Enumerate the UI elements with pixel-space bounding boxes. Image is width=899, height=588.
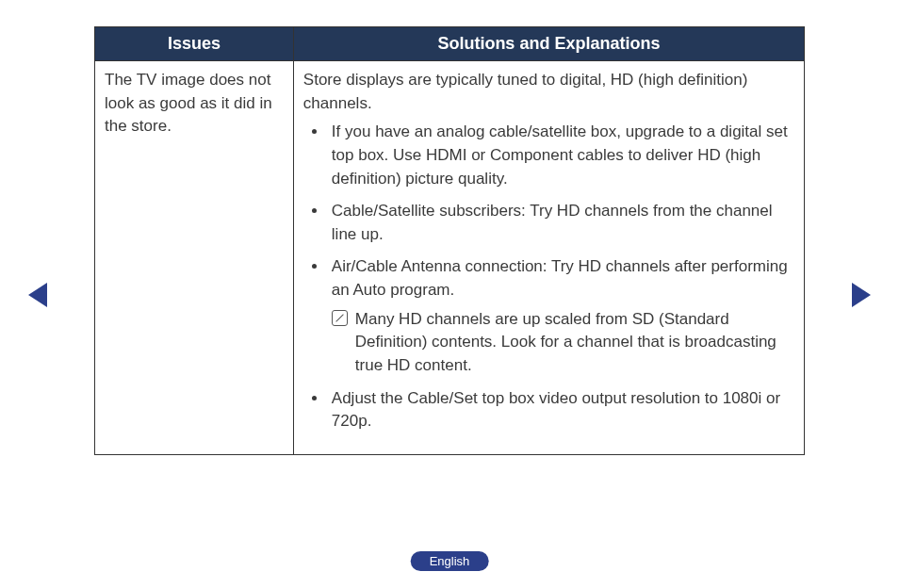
list-item-text: Air/Cable Antenna connection: Try HD cha…	[332, 257, 788, 299]
header-solutions: Solutions and Explanations	[293, 27, 804, 61]
note-row: Many HD channels are up scaled from SD (…	[332, 308, 794, 378]
solution-intro: Store displays are typically tuned to di…	[303, 69, 794, 115]
solution-cell: Store displays are typically tuned to di…	[293, 61, 804, 455]
troubleshooting-table: Issues Solutions and Explanations The TV…	[94, 26, 805, 455]
solution-list: If you have an analog cable/satellite bo…	[303, 121, 794, 433]
language-badge[interactable]: English	[411, 551, 489, 571]
page-content: Issues Solutions and Explanations The TV…	[0, 0, 899, 455]
list-item: If you have an analog cable/satellite bo…	[328, 121, 794, 190]
prev-page-arrow[interactable]	[28, 283, 47, 307]
next-page-arrow[interactable]	[852, 283, 871, 307]
note-text: Many HD channels are up scaled from SD (…	[355, 308, 794, 378]
list-item: Cable/Satellite subscribers: Try HD chan…	[328, 200, 794, 246]
list-item: Air/Cable Antenna connection: Try HD cha…	[328, 255, 794, 377]
list-item: Adjust the Cable/Set top box video outpu…	[328, 387, 794, 433]
note-icon	[332, 310, 348, 326]
header-issues: Issues	[95, 27, 294, 61]
table-row: The TV image does not look as good as it…	[95, 61, 805, 455]
issue-cell: The TV image does not look as good as it…	[95, 61, 294, 455]
